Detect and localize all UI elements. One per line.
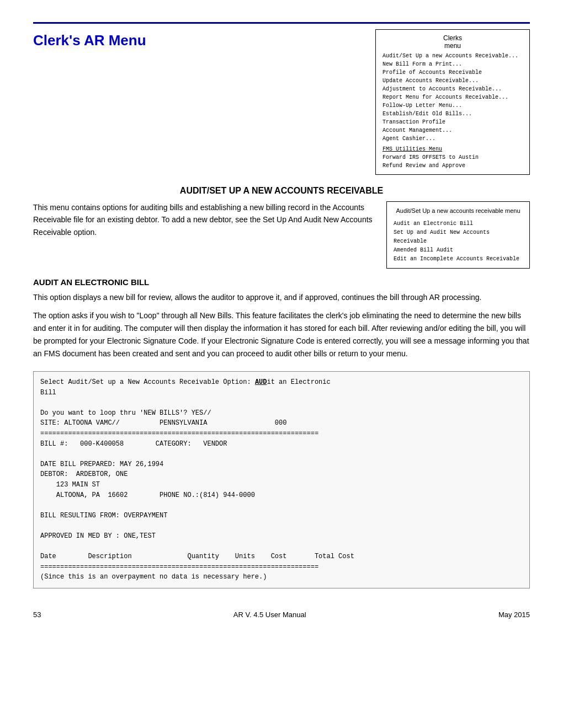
page-footer: 53 AR V. 4.5 User Manual May 2015 [33, 611, 530, 619]
list-item: Transaction Profile [383, 118, 523, 126]
list-item: Set Up and Audit New Accounts Receivable [394, 228, 523, 246]
terminal-blank-2 [40, 449, 523, 459]
section1-body: This menu contains options for auditing … [33, 201, 530, 269]
section2-para1: This option displays a new bill for revi… [33, 291, 530, 304]
terminal-line-2: Do you want to loop thru 'NEW BILLS'? YE… [40, 408, 523, 419]
terminal-block: Select Audit/Set up a New Accounts Recei… [33, 371, 530, 588]
terminal-line-6: DEBTOR: ARDEBTOR, ONE [40, 469, 523, 480]
terminal-blank-4 [40, 521, 523, 531]
list-item: Account Management... [383, 126, 523, 135]
terminal-blank-1 [40, 398, 523, 408]
header-section: Clerk's AR Menu Clerks menu Audit/Set Up… [33, 29, 530, 175]
terminal-highlight: AUD [255, 378, 267, 386]
list-item: Profile of Accounts Receivable [383, 68, 523, 77]
list-item: Audit an Electronic Bill [394, 220, 523, 228]
top-border [33, 22, 530, 24]
clerks-menu-title: Clerks menu [383, 34, 523, 50]
list-item: Adjustment to Accounts Receivable... [383, 85, 523, 93]
terminal-line-9: BILL RESULTING FROM: OVERPAYMENT [40, 511, 523, 521]
terminal-line-10: APPROVED IN MED BY : ONE,TEST [40, 531, 523, 542]
terminal-blank-3 [40, 500, 523, 511]
terminal-line-1: Select Audit/Set up a New Accounts Recei… [40, 377, 523, 388]
section1-text: This menu contains options for auditing … [33, 201, 375, 269]
terminal-line-1b: Bill [40, 388, 523, 398]
terminal-line-12: (Since this is an overpayment no data is… [40, 572, 523, 582]
audit-submenu-title: Audit/Set Up a new accounts receivable m… [394, 206, 523, 216]
section2-heading: AUDIT AN ELECTRONIC BILL [33, 277, 530, 287]
page-title: Clerk's AR Menu [33, 29, 364, 49]
fms-header: FMS Utilities Menu [383, 145, 523, 153]
list-item: Edit an Incomplete Accounts Receivable [394, 255, 523, 264]
section2-para2: The option asks if you wish to "Loop" th… [33, 309, 530, 360]
list-item: Follow-Up Letter Menu... [383, 101, 523, 110]
terminal-line-7: 123 MAIN ST [40, 480, 523, 490]
list-item: New Bill Form a Print... [383, 60, 523, 68]
terminal-line-11: Date Description Quantity Units Cost Tot… [40, 552, 523, 562]
list-item: Forward IRS OFFSETS to Austin [383, 153, 523, 162]
terminal-separator-1: ========================================… [40, 429, 523, 439]
terminal-line-3: SITE: ALTOONA VAMC// PENNSYLVANIA 000 [40, 418, 523, 429]
list-item: Amended Bill Audit [394, 246, 523, 255]
list-item: Establish/Edit Old Bills... [383, 110, 523, 118]
terminal-line-8: ALTOONA, PA 16602 PHONE NO.:(814) 944-00… [40, 490, 523, 501]
audit-submenu-items: Audit an Electronic Bill Set Up and Audi… [394, 220, 523, 264]
list-item: Agent Cashier... [383, 135, 523, 143]
footer-right: May 2015 [498, 611, 530, 619]
section1-heading: AUDIT/SET UP A NEW ACCOUNTS RECEIVABLE [33, 186, 530, 196]
terminal-blank-5 [40, 542, 523, 552]
footer-left: 53 [33, 611, 41, 619]
audit-submenu-box: Audit/Set Up a new accounts receivable m… [386, 201, 530, 269]
terminal-line-5: DATE BILL PREPARED: MAY 26,1994 [40, 459, 523, 470]
footer-center: AR V. 4.5 User Manual [233, 611, 306, 619]
clerks-menu-items: Audit/Set Up a new Accounts Receivable..… [383, 52, 523, 170]
list-item: Audit/Set Up a new Accounts Receivable..… [383, 52, 523, 60]
clerks-menu-box: Clerks menu Audit/Set Up a new Accounts … [375, 29, 530, 175]
terminal-separator-2: ========================================… [40, 562, 523, 572]
list-item: Refund Review and Approve [383, 162, 523, 170]
list-item: Update Accounts Receivable... [383, 77, 523, 85]
list-item: Report Menu for Accounts Receivable... [383, 93, 523, 101]
terminal-line-4: BILL #: 000-K400058 CATEGORY: VENDOR [40, 439, 523, 449]
